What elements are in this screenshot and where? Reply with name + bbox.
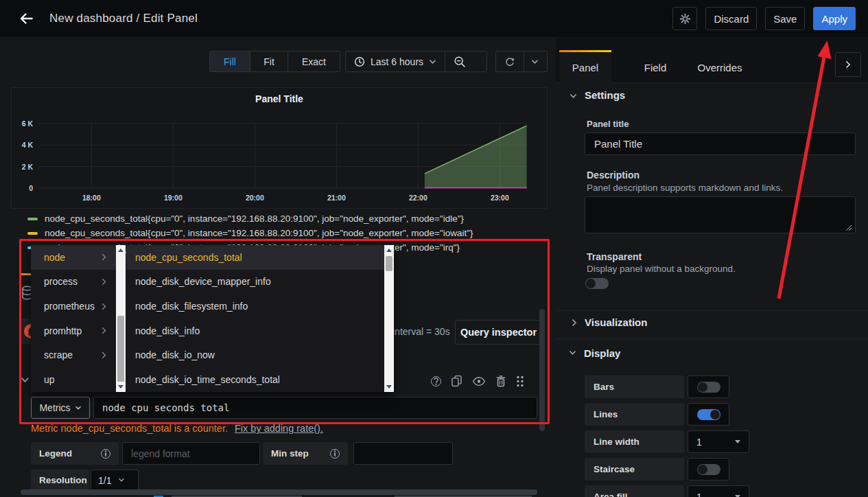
scroll-up-icon[interactable]: [116, 245, 126, 255]
metric-item[interactable]: node_disk_io_now: [126, 343, 384, 368]
collapse-sidebar-button[interactable]: [835, 52, 861, 77]
svg-text:19:00: 19:00: [164, 194, 183, 202]
zoom-out-icon: [454, 56, 466, 68]
metric-group-item-promhttp[interactable]: promhttp: [31, 319, 116, 343]
metric-name: node_disk_filesystem_info: [135, 301, 248, 312]
query-inspector-button[interactable]: Query inspector: [455, 320, 542, 345]
refresh-button[interactable]: [496, 51, 524, 71]
metric-group-item-process[interactable]: process: [31, 270, 116, 294]
chevron-down-icon: [429, 59, 436, 65]
query-row-actions: [431, 375, 524, 387]
transparent-help: Display panel without a background.: [587, 264, 736, 274]
display-row: Area fill1: [585, 485, 859, 497]
display-section-header[interactable]: Display: [584, 347, 620, 359]
fix-by-adding-rate-link[interactable]: Fix by adding rate().: [235, 423, 323, 434]
query-row-collapse-icon[interactable]: [21, 377, 30, 383]
display-row-label: Area fill: [585, 485, 684, 497]
line-width-select[interactable]: 1: [688, 430, 749, 453]
zoom-out-time-button[interactable]: [445, 51, 474, 71]
drag-handle-icon[interactable]: [516, 375, 524, 387]
panel-options-sidebar: Panel Field Overrides Settings Panel tit…: [556, 37, 868, 497]
panel-preview: Panel Title 02 K4 K6 K18:0019:0020:0021:…: [11, 87, 548, 209]
display-row-label: Line width: [585, 430, 684, 453]
metric-name: node_disk_io_now: [135, 349, 215, 360]
metric-group-item-scrape[interactable]: scrape: [31, 343, 116, 368]
lines-toggle[interactable]: [697, 409, 720, 420]
caret-down-icon: [735, 440, 740, 443]
fit-option[interactable]: Fit: [250, 51, 288, 71]
legend-color-swatch[interactable]: [27, 232, 38, 235]
metric-item[interactable]: node_disk_info: [126, 319, 384, 343]
metric-item[interactable]: node_cpu_seconds_total: [126, 245, 384, 270]
legend-format-label: Legend: [31, 442, 119, 465]
bars-toggle[interactable]: [697, 382, 720, 393]
resolution-select[interactable]: 1/1: [91, 470, 139, 491]
horizontal-scrollbar[interactable]: [21, 489, 537, 495]
metric-item[interactable]: node_disk_io_time_seconds_total: [126, 367, 384, 392]
settings-section-header[interactable]: Settings: [585, 89, 625, 101]
toggle-container: [688, 403, 729, 426]
dropdown-scrollbar[interactable]: [116, 245, 126, 392]
info-icon: [330, 449, 340, 459]
chevron-right-icon: [102, 253, 106, 261]
visualization-section-header[interactable]: Visualization: [585, 316, 647, 328]
tab-panel[interactable]: Panel: [559, 51, 611, 83]
metric-group-item-prometheus[interactable]: prometheus: [31, 294, 116, 319]
legend-series-label[interactable]: node_cpu_seconds_total{cpu="0", instance…: [45, 213, 464, 224]
metric-item[interactable]: node_disk_filesystem_info: [126, 294, 384, 319]
metric-group-item-node[interactable]: node: [31, 245, 116, 270]
description-textarea[interactable]: [585, 196, 856, 233]
scroll-up-icon[interactable]: [384, 245, 394, 255]
metric-group-item-up[interactable]: up: [31, 367, 116, 392]
metric-name: node_disk_info: [135, 325, 200, 336]
metric-item[interactable]: node_disk_device_mapper_info: [126, 270, 384, 294]
query-options-interval: interval = 30s: [392, 326, 450, 337]
discard-button[interactable]: Discard: [705, 7, 757, 30]
transparent-toggle[interactable]: [585, 278, 609, 289]
svg-text:21:00: 21:00: [327, 194, 346, 202]
promql-query-input[interactable]: [93, 397, 537, 419]
apply-button[interactable]: Apply: [813, 7, 856, 30]
legend-series-label[interactable]: node_cpu_seconds_total{cpu="0", instance…: [45, 228, 473, 238]
tab-field[interactable]: Field: [631, 51, 679, 83]
resolution-label: Resolution: [31, 470, 89, 491]
dropdown-scrollbar[interactable]: [384, 245, 394, 392]
resolution-value: 1/1: [98, 475, 111, 486]
metric-list-panel: node_cpu_seconds_totalnode_disk_device_m…: [126, 245, 394, 392]
staircase-toggle[interactable]: [697, 464, 720, 475]
svg-text:0: 0: [29, 184, 33, 192]
save-button[interactable]: Save: [765, 7, 805, 30]
query-help-icon[interactable]: [431, 376, 441, 386]
chevron-down-icon[interactable]: [570, 93, 577, 99]
time-range-picker[interactable]: Last 6 hours: [346, 51, 445, 71]
chevron-down-icon: [531, 59, 539, 65]
panel-title-input[interactable]: [585, 132, 856, 155]
group-label: process: [44, 276, 78, 287]
chevron-right-icon[interactable]: [572, 319, 577, 327]
chevron-right-icon: [845, 60, 851, 69]
refresh-interval-dropdown[interactable]: [524, 51, 546, 71]
exact-option[interactable]: Exact: [288, 51, 340, 71]
chevron-down-icon[interactable]: [569, 350, 576, 356]
scroll-down-icon[interactable]: [384, 382, 394, 392]
legend-item[interactable]: node_cpu_seconds_total{cpu="0", instance…: [27, 226, 550, 240]
tab-overrides[interactable]: Overrides: [690, 51, 749, 83]
time-series-chart[interactable]: 02 K4 K6 K18:0019:0020:0021:0022:0023:00: [12, 88, 547, 208]
legend-item[interactable]: node_cpu_seconds_total{cpu="0", instance…: [27, 211, 550, 226]
dashboard-settings-button[interactable]: [672, 7, 697, 30]
min-step-input[interactable]: [353, 442, 453, 465]
delete-query-icon[interactable]: [495, 375, 506, 387]
legend-color-swatch[interactable]: [27, 218, 38, 220]
scroll-down-icon[interactable]: [116, 382, 126, 392]
legend-format-input[interactable]: [122, 442, 260, 465]
metrics-dropdown-button[interactable]: Metrics: [31, 397, 90, 419]
editor-vertical-scrollbar[interactable]: [539, 309, 545, 431]
area-fill-select[interactable]: 1: [688, 485, 749, 497]
back-button[interactable]: [12, 5, 40, 32]
duplicate-query-icon[interactable]: [451, 375, 462, 387]
display-row-label: Lines: [585, 403, 684, 426]
display-row: Staircase: [585, 458, 859, 481]
fill-option[interactable]: Fill: [210, 51, 250, 71]
chevron-right-icon: [102, 278, 106, 286]
toggle-visibility-icon[interactable]: [472, 376, 486, 386]
